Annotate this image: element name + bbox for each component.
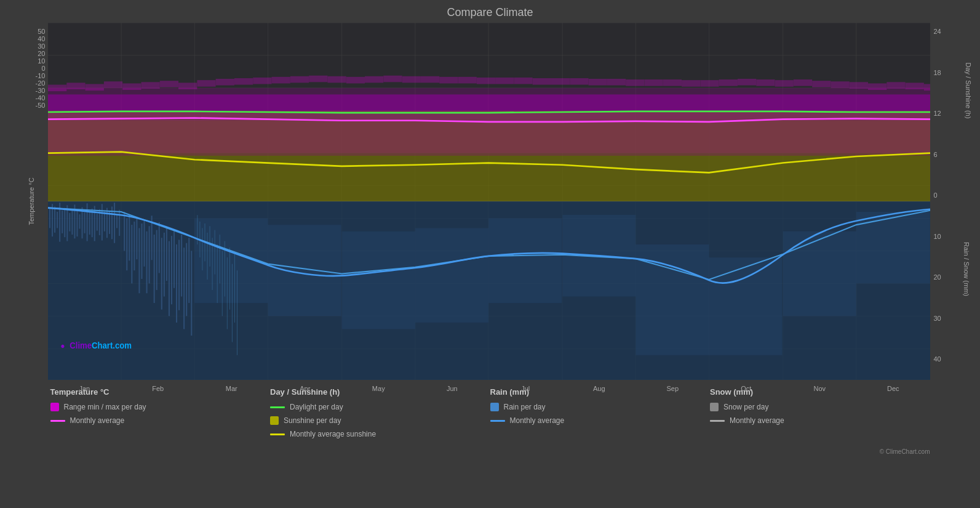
x-label-sep: Sep (636, 385, 710, 392)
svg-rect-44 (94, 206, 95, 241)
svg-rect-91 (783, 232, 856, 316)
svg-rect-52 (114, 203, 115, 243)
chart-area-container: ● ClimeChart.com Jan Feb Mar Apr May Jun… (48, 23, 930, 380)
svg-rect-48 (103, 212, 105, 232)
y-right-30: 30 (934, 315, 967, 322)
svg-rect-81 (188, 238, 189, 303)
legend-rain-bar: Rain per day (490, 403, 711, 411)
svg-rect-156 (812, 81, 831, 87)
legend-swatch-temp-range (50, 403, 59, 411)
svg-rect-59 (133, 222, 135, 270)
svg-rect-65 (148, 226, 149, 283)
svg-rect-37 (76, 209, 78, 236)
svg-rect-58 (131, 225, 132, 283)
svg-rect-126 (253, 78, 271, 84)
y-left-20: 20 (38, 50, 45, 57)
svg-rect-106 (229, 248, 229, 310)
svg-rect-40 (84, 212, 85, 233)
svg-rect-89 (635, 244, 709, 355)
svg-rect-141 (532, 78, 551, 85)
svg-rect-68 (156, 230, 157, 290)
svg-rect-43 (91, 209, 92, 238)
page-wrapper: Compare Climate Yaounde Yaounde ClimeCha… (0, 0, 980, 508)
svg-rect-60 (136, 217, 137, 259)
svg-rect-118 (103, 81, 122, 88)
svg-rect-31 (62, 211, 63, 233)
svg-rect-145 (607, 79, 625, 86)
svg-rect-139 (495, 78, 514, 84)
svg-rect-158 (849, 82, 867, 89)
svg-rect-57 (129, 215, 130, 260)
svg-text:●: ● (60, 342, 65, 350)
x-label-dec: Dec (856, 385, 930, 392)
svg-rect-82 (191, 251, 192, 336)
svg-rect-63 (143, 220, 145, 267)
legend-label-snow-avg: Monthly average (730, 416, 784, 425)
legend-swatch-snow-avg (710, 420, 725, 422)
x-label-may: May (342, 385, 416, 392)
legend-swatch-rain-bar (490, 403, 499, 411)
svg-rect-122 (178, 83, 197, 89)
svg-rect-115 (48, 85, 66, 92)
x-label-mar: Mar (195, 385, 269, 392)
svg-rect-28 (54, 206, 55, 232)
svg-rect-102 (219, 235, 220, 283)
svg-rect-121 (159, 81, 178, 87)
svg-rect-62 (141, 224, 142, 279)
chart-outer: Temperature °C 50 40 30 20 10 0 -10 -20 … (14, 23, 967, 380)
y-right-24: 24 (934, 28, 967, 35)
legend-col-sunshine: Day / Sunshine (h) Daylight per day Suns… (270, 387, 490, 438)
svg-rect-125 (234, 78, 252, 85)
svg-rect-84 (268, 225, 341, 316)
svg-rect-133 (383, 76, 402, 83)
legend-label-sunshine-avg: Monthly average sunshine (290, 430, 376, 438)
svg-rect-38 (79, 214, 80, 228)
svg-rect-154 (775, 80, 793, 87)
svg-rect-39 (81, 208, 82, 239)
svg-rect-73 (168, 241, 169, 316)
svg-rect-75 (173, 231, 174, 288)
svg-rect-97 (207, 233, 207, 280)
svg-rect-98 (209, 226, 210, 267)
y-left-40: 40 (38, 35, 45, 42)
y-left--50: -50 (36, 102, 46, 109)
svg-rect-138 (476, 78, 495, 84)
svg-rect-33 (66, 205, 68, 241)
svg-rect-79 (183, 248, 185, 329)
svg-rect-101 (217, 244, 217, 303)
svg-rect-45 (96, 214, 97, 231)
y-axis-right: Day / Sunshine (h) Rain / Snow (mm) 24 1… (930, 23, 967, 380)
svg-rect-70 (161, 238, 162, 309)
y-left-10: 10 (38, 57, 45, 65)
svg-rect-119 (122, 83, 141, 90)
legend-label-sunshine-bar: Sunshine per day (284, 416, 341, 425)
svg-rect-87 (488, 219, 561, 304)
svg-rect-129 (309, 76, 327, 83)
legend-label-daylight: Daylight per day (290, 403, 343, 411)
y-right-0: 0 (934, 192, 967, 199)
svg-rect-148 (663, 79, 681, 86)
svg-rect-47 (101, 204, 102, 240)
svg-rect-72 (165, 227, 167, 281)
svg-rect-144 (588, 79, 607, 86)
svg-rect-134 (402, 76, 420, 83)
svg-rect-108 (234, 254, 234, 323)
legend-snow-avg: Monthly average (710, 416, 930, 425)
legend-swatch-rain-avg (490, 420, 505, 422)
svg-rect-124 (215, 79, 234, 86)
legend-swatch-temp-avg (50, 420, 65, 422)
svg-rect-74 (170, 236, 172, 304)
svg-rect-157 (831, 81, 849, 88)
svg-rect-35 (71, 210, 73, 235)
y-right-20: 20 (934, 273, 967, 281)
svg-rect-107 (231, 264, 232, 342)
svg-rect-100 (214, 230, 215, 275)
x-label-oct: Oct (709, 385, 783, 392)
svg-rect-95 (202, 228, 202, 270)
svg-rect-151 (719, 79, 737, 86)
legend-col-temperature: Temperature °C Range min / max per day M… (50, 387, 271, 438)
chart-title: Compare Climate (447, 6, 533, 19)
legend-label-temp-range: Range min / max per day (64, 403, 146, 411)
svg-rect-143 (570, 78, 588, 85)
svg-rect-132 (365, 76, 383, 83)
